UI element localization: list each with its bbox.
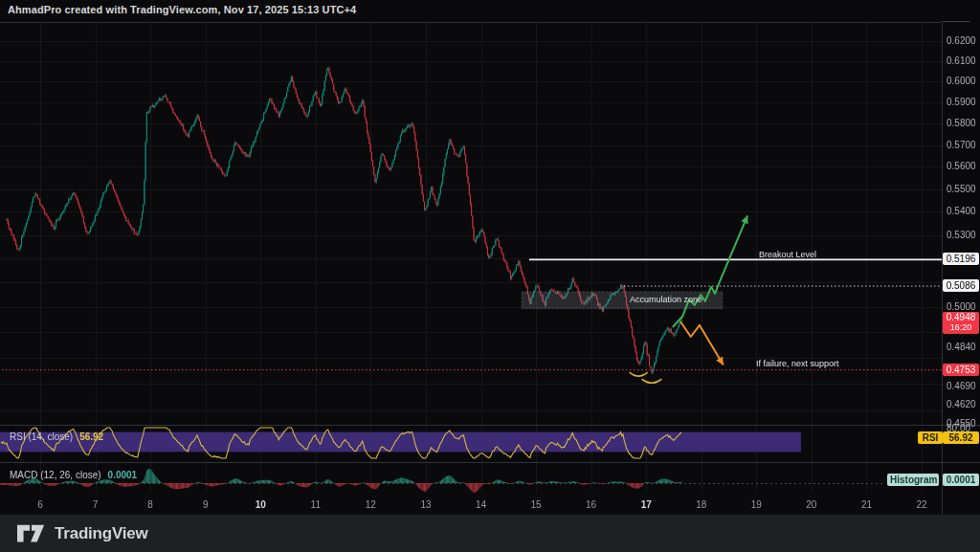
time-label: 13 [413,499,438,510]
time-label: 17 [634,499,658,510]
price-tick: 0.6000 [947,76,976,86]
time-label: 8 [138,499,163,510]
time-label: 22 [909,499,934,510]
rsi-pane-title[interactable]: RSI (14, close) [10,431,73,442]
last-price-value: 0.4948 [947,312,976,322]
time-label: 9 [193,499,218,510]
price-tick: 0.5300 [947,230,976,240]
price-tick: 0.5000 [947,301,976,312]
tradingview-chart-snapshot: AhmadPro created with TradingView.com, N… [0,0,980,552]
attribution-text: AhmadPro created with TradingView.com, N… [8,4,356,15]
price-tick: 0.5500 [947,184,976,194]
price-tick: 0.5600 [947,161,976,171]
support-price-badge: 0.4753 [943,364,979,376]
price-tick: 0.6100 [947,55,976,66]
macd-pane-value: 0.0001 [108,470,138,480]
accumulation-zone-label: Accumulation zone [630,295,702,304]
time-label: 16 [579,499,604,510]
price-tick: 0.5700 [947,140,976,150]
breakout-level-label: Breakout Level [759,250,816,259]
price-tick: 0.4840 [947,342,976,352]
macd-pane-legend[interactable]: MACD (12, 26, close)0.0001 [10,470,137,480]
last-price-badge: 0.494816:20 [943,312,979,334]
time-label: 21 [854,499,879,510]
time-label: 19 [744,499,768,510]
failure-support-label: If failure, next support [756,359,839,368]
resistance-price-badge: 0.5086 [943,279,979,292]
double-bottom-arc-marker[interactable] [630,372,648,376]
rsi-pane-legend[interactable]: RSI (14, close)56.92 [10,431,103,442]
footer-bar: TradingView [0,515,980,552]
tradingview-logo-icon[interactable] [17,524,46,543]
price-tick: 0.5400 [947,206,976,216]
price-tick: 0.6200 [947,35,976,46]
time-label: 14 [469,499,494,510]
time-label: 15 [523,499,548,510]
price-tick: 0.5800 [947,118,976,128]
time-label: 20 [799,499,824,510]
chart-drawings-layer [0,22,980,515]
price-tick: 0.5900 [947,97,976,107]
bullish-breakout-arrow[interactable] [673,215,747,327]
histogram-scale-label-badge: Histogram [887,474,939,486]
rsi-value-badge: 56.92 [943,431,979,444]
time-label: 7 [83,499,108,510]
time-label: 12 [358,499,383,510]
price-tick: 0.4690 [947,381,976,391]
macd-pane-title[interactable]: MACD (12, 26, close) [10,470,101,480]
bar-countdown: 16:20 [943,322,979,332]
time-label: 11 [303,499,328,510]
rsi-scale-label-badge: RSI [918,431,943,444]
tradingview-brand-text[interactable]: TradingView [55,524,148,543]
rsi-pane-value: 56.92 [79,431,103,442]
time-axis[interactable]: 678910111213141516171819202122 [0,493,943,514]
histogram-value-badge: 0.0001 [943,474,979,486]
double-bottom-arc-marker[interactable] [642,379,662,383]
time-label: 6 [28,499,53,510]
time-label: 18 [689,499,714,510]
time-label: 10 [248,499,273,510]
price-tick: 0.4620 [947,399,976,409]
bearish-failure-arrow[interactable] [680,321,724,365]
breakout-price-badge: 0.5196 [943,253,979,265]
